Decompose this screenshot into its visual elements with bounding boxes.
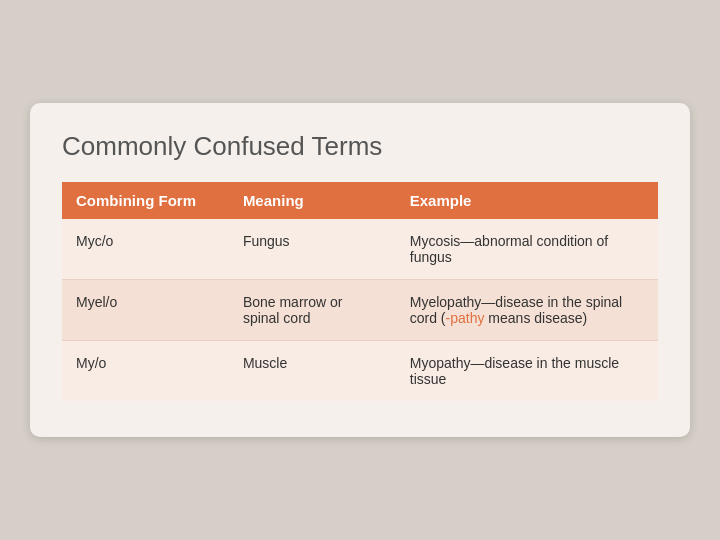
page-title: Commonly Confused Terms <box>62 131 658 162</box>
table-header-row: Combining Form Meaning Example <box>62 182 658 219</box>
example-highlight: -pathy <box>446 310 485 326</box>
header-example: Example <box>396 182 658 219</box>
main-card: Commonly Confused Terms Combining Form M… <box>30 103 690 437</box>
cell-form-3: My/o <box>62 341 229 402</box>
header-meaning: Meaning <box>229 182 396 219</box>
table-row: Myc/o Fungus Mycosis—abnormal condition … <box>62 219 658 280</box>
cell-form-2: Myel/o <box>62 280 229 341</box>
cell-meaning-2: Bone marrow or spinal cord <box>229 280 396 341</box>
example-text-after: means disease) <box>484 310 587 326</box>
header-combining-form: Combining Form <box>62 182 229 219</box>
cell-example-3: Myopathy—disease in the muscle tissue <box>396 341 658 402</box>
table-row: My/o Muscle Myopathy—disease in the musc… <box>62 341 658 402</box>
cell-example-2: Myelopathy—disease in the spinal cord (-… <box>396 280 658 341</box>
cell-example-1: Mycosis—abnormal condition of fungus <box>396 219 658 280</box>
cell-form-1: Myc/o <box>62 219 229 280</box>
terms-table: Combining Form Meaning Example Myc/o Fun… <box>62 182 658 401</box>
table-row: Myel/o Bone marrow or spinal cord Myelop… <box>62 280 658 341</box>
cell-meaning-1: Fungus <box>229 219 396 280</box>
cell-meaning-3: Muscle <box>229 341 396 402</box>
